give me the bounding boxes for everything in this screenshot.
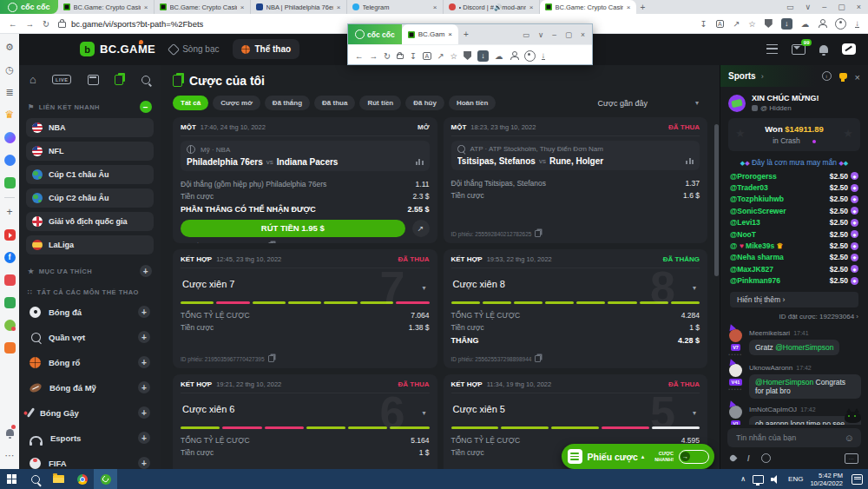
browser-tab[interactable]: Telegram× — [347, 0, 444, 14]
share-icon[interactable] — [437, 51, 444, 61]
rain-username[interactable]: @Neha sharma — [730, 253, 784, 261]
rain-username[interactable]: @Levi13 — [730, 218, 760, 227]
snapshot-icon[interactable]: ▭ — [786, 3, 794, 11]
close-tab-icon[interactable]: × — [337, 3, 341, 11]
filter-t-t-c-[interactable]: Tất cả — [173, 96, 208, 110]
rain-username[interactable]: @Pinkman976 — [730, 276, 780, 285]
chat-input[interactable]: ☺ — [727, 428, 861, 447]
expand-plus-button[interactable]: + — [138, 381, 150, 393]
tab-search-icon[interactable]: ∨ — [538, 30, 543, 39]
share-button[interactable]: ↗ — [412, 220, 430, 237]
rain-username[interactable]: @SonicScrewer — [730, 207, 786, 215]
close-tab-icon[interactable]: × — [448, 30, 452, 38]
url-box[interactable]: bc.game/vi/sports?bt-path=%2Fbets — [58, 19, 203, 29]
crown-icon[interactable] — [0, 103, 19, 126]
expand-plus-button[interactable]: + — [138, 406, 150, 419]
stats-icon[interactable] — [686, 158, 694, 164]
expand-plus-button[interactable]: + — [138, 356, 150, 368]
filter-ho-n-ti-n[interactable]: Hoàn tiền — [449, 96, 496, 110]
taskbar-app-explorer[interactable] — [47, 469, 70, 489]
expand-plus-button[interactable]: + — [138, 457, 150, 469]
bell-icon[interactable] — [819, 45, 828, 53]
browser-tab[interactable]: NBA | Philadelphia 76ers vs I× — [251, 0, 347, 14]
search-icon[interactable] — [141, 76, 150, 84]
expand-plus-button[interactable]: + — [138, 432, 150, 444]
chevron-up-icon[interactable] — [740, 475, 746, 483]
browser-tab[interactable]: BC.Game: Crypto Casino Gan× — [58, 0, 155, 14]
minimize-icon[interactable]: – — [552, 30, 556, 39]
downloads-icon[interactable] — [542, 51, 546, 61]
match-info[interactable]: ATP · ATP Stockholm, Thụy Điển Đơn NamTs… — [451, 141, 700, 170]
maximize-icon[interactable]: ▢ — [838, 3, 845, 11]
scrollbar-thumb[interactable] — [714, 124, 719, 276]
filter-r-t-ti-n[interactable]: Rút tiền — [359, 96, 401, 110]
sidebar-item-gi-i-v-ch-qu-c-gia[interactable]: Giải vô địch quốc gia — [26, 212, 154, 231]
bookmark-star-icon[interactable] — [748, 19, 756, 29]
coin-icon[interactable] — [761, 453, 771, 463]
garden-icon[interactable] — [0, 314, 19, 336]
rain-username[interactable]: @Prorogerss — [730, 172, 777, 181]
close-tab-icon[interactable]: × — [240, 3, 245, 11]
maximize-icon[interactable]: ▢ — [565, 30, 572, 39]
forward-icon[interactable] — [26, 19, 35, 29]
browser-tab[interactable]: • Discord | #🔊mod-announc× — [444, 0, 540, 14]
gift-icon[interactable] — [0, 291, 19, 314]
sidebar-sport-esports[interactable]: Esports+ — [26, 427, 154, 448]
downloads-icon[interactable] — [855, 19, 859, 29]
expand-plus-button[interactable]: + — [138, 306, 150, 318]
match-info[interactable]: Mỹ · NBAPhiladelphia 76ersvsIndiana Pace… — [181, 141, 430, 171]
extensions-icon[interactable] — [495, 51, 503, 61]
sidebar-sport-amfootball[interactable]: Bóng đá Mỹ+ — [26, 377, 154, 398]
youtube-icon[interactable] — [0, 223, 19, 246]
close-icon[interactable]: × — [857, 3, 861, 11]
sidebar-sport-fifa[interactable]: FIFA+ — [26, 453, 154, 469]
download-badge-icon[interactable] — [477, 50, 489, 62]
quick-bet-toggle[interactable]: → — [679, 450, 709, 464]
new-tab-button[interactable]: + — [458, 30, 474, 39]
close-icon[interactable] — [855, 69, 860, 84]
translate-icon[interactable] — [423, 52, 431, 60]
emoji-icon[interactable]: ☺ — [845, 433, 854, 443]
filter--thua[interactable]: Đã thua — [314, 96, 355, 110]
gif-keyboard-icon[interactable]: ··· — [845, 453, 858, 464]
user-mention[interactable]: @HomerSimpson — [775, 343, 833, 352]
reload-icon[interactable] — [384, 51, 391, 61]
expand-plus-button[interactable]: + — [138, 331, 150, 343]
rain-username[interactable]: @NooT — [730, 230, 756, 239]
translate-icon[interactable] — [716, 20, 725, 28]
copy-icon[interactable] — [268, 355, 274, 362]
rain-username[interactable]: @Trader03 — [730, 183, 768, 192]
expand-caret-icon[interactable]: ▾ — [422, 409, 425, 417]
back-icon[interactable] — [9, 19, 17, 29]
settings-icon[interactable] — [0, 36, 19, 58]
chevron-right-icon[interactable]: › — [761, 72, 764, 81]
coccoc-brand[interactable]: cốc cốc — [0, 0, 58, 14]
browser-tab[interactable]: BC.Game: Crypto Casino Gan× — [155, 0, 251, 14]
trophy-icon[interactable] — [839, 73, 847, 79]
expand-caret-icon[interactable]: ▾ — [422, 284, 425, 292]
sidebar-sport-tennis[interactable]: Quần vợt+ — [26, 327, 154, 347]
add-favorite-button[interactable]: + — [140, 265, 152, 277]
chat-input-field[interactable] — [734, 433, 839, 443]
taskbar-app-search[interactable] — [23, 469, 47, 489]
sidebar-item-c-p-c1-ch-u-u[interactable]: Cúp C1 châu Âu — [26, 165, 154, 184]
stats-icon[interactable] — [416, 159, 424, 165]
more-icon[interactable] — [0, 444, 19, 466]
volume-icon[interactable] — [771, 475, 781, 484]
minimize-icon[interactable]: – — [822, 3, 826, 11]
messenger-icon[interactable] — [0, 126, 19, 149]
facebook-icon[interactable] — [0, 246, 19, 268]
close-tab-icon[interactable]: × — [529, 3, 534, 11]
profiles-icon[interactable] — [818, 19, 826, 28]
taskbar-app-coccoc[interactable] — [94, 469, 117, 489]
expand-caret-icon[interactable]: ▾ — [693, 409, 696, 417]
forward-icon[interactable] — [370, 51, 378, 61]
download-tray-icon[interactable] — [700, 19, 707, 29]
sidebar-sport-basketball[interactable]: Bóng rổ+ — [26, 352, 154, 373]
mail-icon[interactable]: 99 — [792, 44, 806, 55]
rain-bet-id[interactable]: ID đặt cược: 192293064 › — [720, 307, 868, 322]
close-tab-icon[interactable]: × — [433, 3, 437, 11]
snapshot-icon[interactable]: ▭ — [523, 30, 529, 39]
filter--h-y[interactable]: Đã hủy — [405, 96, 444, 110]
shield-icon[interactable] — [765, 19, 773, 28]
